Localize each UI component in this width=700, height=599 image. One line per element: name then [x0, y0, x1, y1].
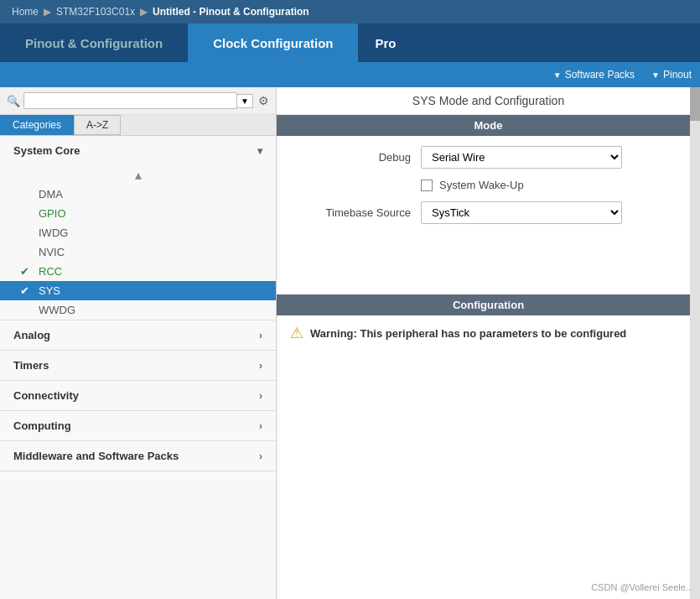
- tab-pinout[interactable]: Pinout & Configuration: [0, 23, 188, 62]
- item-label-sys: SYS: [39, 284, 60, 297]
- config-area: Debug Serial Wire No Debug JTAG (5 pins)…: [277, 136, 700, 244]
- analog-label: Analog: [13, 329, 50, 341]
- panel-title: SYS Mode and Configuration: [277, 87, 700, 115]
- system-wakeup-checkbox[interactable]: [421, 180, 433, 191]
- sidebar-group-analog: Analog ›: [0, 320, 276, 351]
- sidebar-group-connectivity: Connectivity ›: [0, 381, 276, 411]
- sidebar-item-gpio[interactable]: GPIO: [0, 204, 276, 223]
- breadcrumb-chip[interactable]: STM32F103C01x: [51, 6, 140, 18]
- tab-categories[interactable]: Categories: [0, 115, 74, 135]
- sidebar-group-system-core: System Core ▾ ▴ DMA GPIO IWDG: [0, 136, 276, 320]
- item-label-nvic: NVIC: [39, 246, 65, 258]
- checkmark-icon-sys: ✔: [20, 284, 35, 297]
- chevron-right-middleware: ›: [259, 451, 262, 462]
- sidebar-group-middleware: Middleware and Software Packs ›: [0, 441, 276, 471]
- item-label-rcc: RCC: [39, 265, 62, 278]
- config-section-header: Configuration: [277, 294, 700, 315]
- scrollbar-thumb[interactable]: [690, 87, 700, 121]
- sidebar-group-timers: Timers ›: [0, 351, 276, 381]
- sidebar-group-header-timers[interactable]: Timers ›: [0, 351, 276, 380]
- middleware-label: Middleware and Software Packs: [13, 450, 179, 462]
- sidebar-group-computing: Computing ›: [0, 411, 276, 441]
- computing-label: Computing: [13, 419, 71, 432]
- warning-row: ⚠ Warning: This peripheral has no parame…: [277, 315, 700, 351]
- search-input[interactable]: [23, 92, 237, 109]
- tab-pro[interactable]: Pro: [358, 23, 412, 62]
- secondary-toolbar: ▼ Software Packs ▼ Pinout: [0, 62, 700, 87]
- sidebar-group-header-analog[interactable]: Analog ›: [0, 320, 276, 350]
- chevron-down-icon-2: ▼: [651, 70, 660, 80]
- tab-az[interactable]: A->Z: [74, 115, 121, 135]
- chevron-right-computing: ›: [259, 420, 262, 432]
- gear-icon[interactable]: ⚙: [258, 94, 269, 107]
- debug-label: Debug: [293, 151, 411, 164]
- sidebar-group-header-computing[interactable]: Computing ›: [0, 411, 276, 440]
- chevron-right-timers: ›: [259, 360, 262, 372]
- pinout-button[interactable]: ▼ Pinout: [651, 69, 692, 81]
- sidebar-list: System Core ▾ ▴ DMA GPIO IWDG: [0, 136, 276, 599]
- right-scrollbar[interactable]: [690, 87, 700, 599]
- category-tabs: Categories A->Z: [0, 115, 276, 136]
- chevron-right-connectivity: ›: [259, 390, 262, 402]
- sidebar-item-rcc[interactable]: ✔ RCC: [0, 262, 276, 281]
- system-wakeup-row: System Wake-Up: [293, 179, 683, 191]
- sidebar-item-iwdg[interactable]: IWDG: [0, 223, 276, 242]
- chevron-down-system-core: ▾: [257, 145, 262, 157]
- breadcrumb-home[interactable]: Home: [7, 6, 44, 18]
- sidebar-group-header-connectivity[interactable]: Connectivity ›: [0, 381, 276, 410]
- warning-icon: ⚠: [290, 324, 303, 342]
- mode-section-header: Mode: [277, 115, 700, 136]
- right-panel: SYS Mode and Configuration Mode Debug Se…: [277, 87, 700, 599]
- item-label-gpio: GPIO: [39, 207, 66, 220]
- timers-label: Timers: [13, 359, 49, 372]
- watermark: CSDN @Vollerei Seele...: [591, 582, 693, 592]
- timebase-label: Timebase Source: [293, 206, 411, 219]
- sidebar-item-nvic[interactable]: NVIC: [0, 242, 276, 262]
- warning-text: Warning: This peripheral has no paramete…: [310, 327, 626, 340]
- item-label-wwdg: WWDG: [39, 304, 75, 316]
- sidebar-item-wwdg[interactable]: WWDG: [0, 300, 276, 320]
- pinout-label: Pinout: [663, 69, 692, 81]
- left-panel: 🔍 ▼ ⚙ Categories A->Z System Core ▾ ▴: [0, 87, 277, 599]
- system-core-label: System Core: [13, 144, 80, 157]
- sidebar-item-sys[interactable]: ✔ SYS: [0, 281, 276, 300]
- item-label-dma: DMA: [39, 188, 63, 201]
- tab-bar: Pinout & Configuration Clock Configurati…: [0, 23, 700, 62]
- breadcrumb: Home ▶ STM32F103C01x ▶ Untitled - Pinout…: [0, 0, 700, 23]
- system-core-items: DMA GPIO IWDG NVIC ✔: [0, 185, 276, 320]
- software-packs-label: Software Packs: [565, 69, 635, 81]
- tab-clock[interactable]: Clock Configuration: [188, 23, 358, 62]
- item-label-iwdg: IWDG: [39, 227, 68, 239]
- timebase-row: Timebase Source SysTick TIM1 TIM2: [293, 201, 683, 224]
- sidebar-item-dma[interactable]: DMA: [0, 185, 276, 204]
- main-layout: 🔍 ▼ ⚙ Categories A->Z System Core ▾ ▴: [0, 87, 700, 599]
- system-wakeup-label: System Wake-Up: [439, 179, 524, 191]
- debug-select[interactable]: Serial Wire No Debug JTAG (5 pins) JTAG …: [421, 146, 622, 169]
- chevron-down-icon: ▼: [553, 70, 562, 80]
- timebase-select[interactable]: SysTick TIM1 TIM2: [421, 201, 622, 224]
- software-packs-button[interactable]: ▼ Software Packs: [553, 69, 635, 81]
- debug-row: Debug Serial Wire No Debug JTAG (5 pins)…: [293, 146, 683, 169]
- chevron-right-analog: ›: [259, 330, 262, 341]
- sidebar-group-header-system-core[interactable]: System Core ▾: [0, 136, 276, 165]
- search-dropdown-button[interactable]: ▼: [236, 94, 253, 108]
- search-bar: 🔍 ▼ ⚙: [0, 87, 276, 115]
- breadcrumb-current: Untitled - Pinout & Configuration: [148, 6, 314, 18]
- checkmark-icon-rcc: ✔: [20, 265, 35, 278]
- connectivity-label: Connectivity: [13, 389, 79, 402]
- collapse-arrow: ▴: [0, 165, 276, 185]
- search-icon: 🔍: [7, 95, 20, 107]
- sidebar-group-header-middleware[interactable]: Middleware and Software Packs ›: [0, 441, 276, 471]
